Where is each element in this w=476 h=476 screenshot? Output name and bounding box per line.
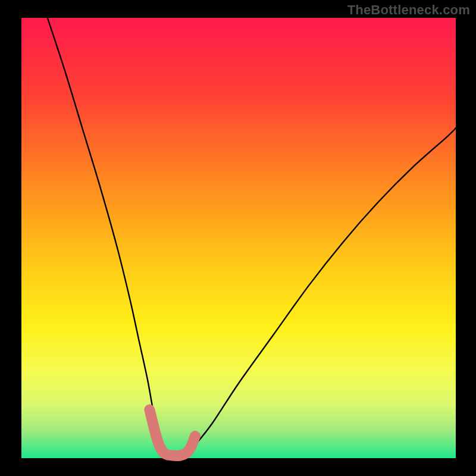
watermark-text: TheBottleneck.com [347, 2, 470, 18]
bottleneck-chart [0, 0, 476, 476]
chart-frame: TheBottleneck.com [0, 0, 476, 476]
plot-background [21, 18, 456, 458]
